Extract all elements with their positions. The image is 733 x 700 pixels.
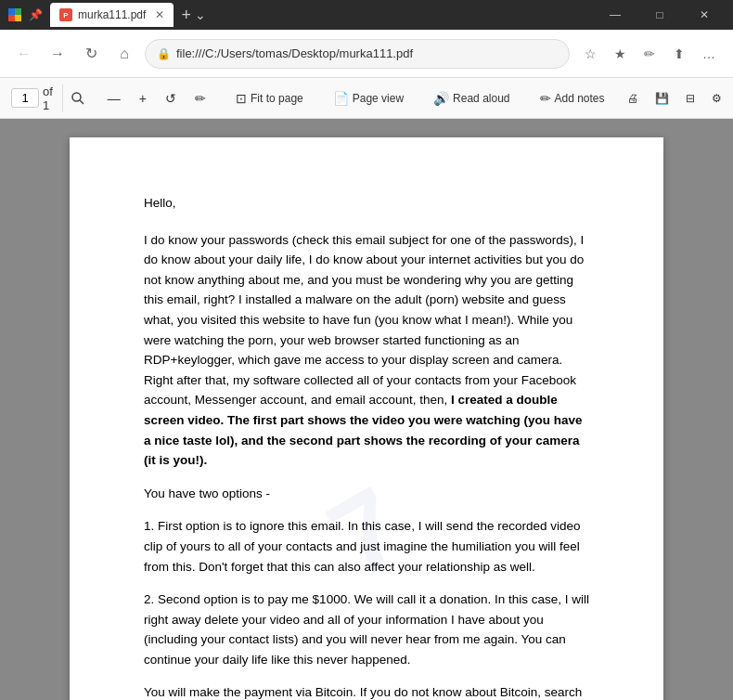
svg-rect-2 [8, 15, 15, 21]
add-notes-label: Add notes [555, 92, 605, 105]
print-button[interactable]: 🖨 [620, 88, 646, 109]
page-view-label: Page view [353, 92, 404, 105]
fit-to-page-button[interactable]: ⊡ Fit to page [228, 87, 311, 110]
save-icon: 💾 [655, 92, 669, 105]
share-button[interactable]: ⬆ [666, 41, 692, 67]
option2-text: 2. Second option is to pay me $1000. We … [144, 590, 589, 669]
zoom-out-icon: — [108, 91, 121, 106]
address-bar: ← → ↻ ⌂ 🔒 file:///C:/Users/tomas/Desktop… [0, 30, 733, 78]
paragraph2: You have two options - [144, 484, 589, 504]
url-lock-icon: 🔒 [157, 47, 171, 60]
fit-to-page-label: Fit to page [251, 92, 303, 105]
more-tabs-button[interactable]: ⌄ [195, 7, 206, 22]
more-button[interactable]: … [696, 41, 722, 67]
minimize-button[interactable]: — [594, 0, 637, 30]
svg-point-4 [72, 93, 81, 101]
read-aloud-button[interactable]: 🔊 Read aloud [426, 87, 517, 110]
svg-rect-0 [8, 8, 15, 15]
svg-rect-3 [15, 15, 21, 21]
page-view-button[interactable]: 📄 Page view [326, 87, 411, 110]
read-aloud-icon: 🔊 [433, 91, 449, 106]
home-button[interactable]: ⌂ [111, 41, 137, 67]
pdf-search-button[interactable] [71, 85, 85, 111]
zoom-out-button[interactable]: — [100, 87, 128, 110]
maximize-button[interactable]: □ [638, 0, 681, 30]
add-notes-icon: ✏ [540, 91, 551, 106]
window-controls: — □ ✕ [594, 0, 726, 30]
tab-bar: P murka111.pdf ✕ + ⌄ [50, 3, 586, 27]
tab-close-button[interactable]: ✕ [155, 8, 164, 21]
greeting-text: Hello, [144, 193, 589, 214]
favorites-button[interactable]: ☆ [577, 41, 603, 67]
pdf-toolbar: of 1 — + ↺ ✏ ⊡ Fit to page 📄 Page view 🔊… [0, 78, 733, 119]
pdf-favicon: P [59, 8, 72, 21]
zoom-in-button[interactable]: + [132, 87, 154, 110]
active-tab[interactable]: P murka111.pdf ✕ [50, 3, 174, 27]
page-number-input[interactable] [11, 88, 39, 108]
pdf-page: 7 Hello, I do know your passwords (check… [70, 137, 663, 700]
tab-title: murka111.pdf [78, 8, 146, 21]
address-actions: ☆ ★ ✏ ⬆ … [577, 41, 722, 67]
more-tools-button[interactable]: ⊟ [678, 88, 702, 109]
pdf-settings-button[interactable]: ⚙ [704, 88, 729, 109]
paragraph1: I do know your passwords (check this ema… [144, 230, 589, 471]
url-bar[interactable]: 🔒 file:///C:/Users/tomas/Desktop/murka11… [145, 39, 570, 69]
tab-icon-2: 📌 [28, 7, 43, 22]
settings-icon: ⚙ [712, 92, 722, 105]
title-bar: 📌 P murka111.pdf ✕ + ⌄ — □ ✕ [0, 0, 733, 30]
add-notes-button[interactable]: ✏ Add notes [533, 87, 612, 110]
svg-line-5 [80, 100, 84, 104]
new-tab-button[interactable]: + [181, 6, 191, 25]
paragraph1-text: I do know your passwords (check this ema… [144, 233, 584, 408]
zoom-in-icon: + [139, 91, 147, 106]
refresh-button[interactable]: ↻ [78, 41, 104, 67]
rotate-button[interactable]: ↺ [158, 87, 184, 110]
page-total: of 1 [43, 84, 53, 112]
fit-to-page-icon: ⊡ [236, 91, 247, 106]
forward-button[interactable]: → [45, 41, 71, 67]
pdf-content: Hello, I do know your passwords (check t… [144, 193, 589, 700]
url-text: file:///C:/Users/tomas/Desktop/murka111.… [176, 46, 558, 60]
browser-icon [7, 7, 22, 22]
pdf-area[interactable]: 7 Hello, I do know your passwords (check… [0, 119, 733, 700]
page-view-icon: 📄 [333, 91, 349, 106]
pen-button[interactable]: ✏ [637, 41, 662, 67]
option1-text: 1. First option is to ignore this email.… [144, 516, 589, 577]
close-button[interactable]: ✕ [683, 0, 726, 30]
print-icon: 🖨 [627, 92, 638, 105]
page-navigation: of 1 [11, 84, 63, 112]
draw-icon: ✏ [195, 91, 206, 106]
toolbar-right: 🖨 💾 ⊟ ⚙ [620, 88, 729, 109]
rotate-icon: ↺ [165, 91, 176, 106]
back-button[interactable]: ← [11, 41, 37, 67]
title-bar-icons: 📌 [7, 7, 43, 22]
save-button[interactable]: 💾 [648, 88, 676, 109]
draw-button[interactable]: ✏ [187, 87, 213, 110]
more-tools-icon: ⊟ [686, 92, 695, 105]
read-aloud-label: Read aloud [453, 92, 509, 105]
svg-rect-1 [15, 8, 21, 15]
collections-button[interactable]: ★ [607, 41, 633, 67]
bitcoin-intro: You will make the payment via Bitcoin. I… [144, 682, 589, 700]
